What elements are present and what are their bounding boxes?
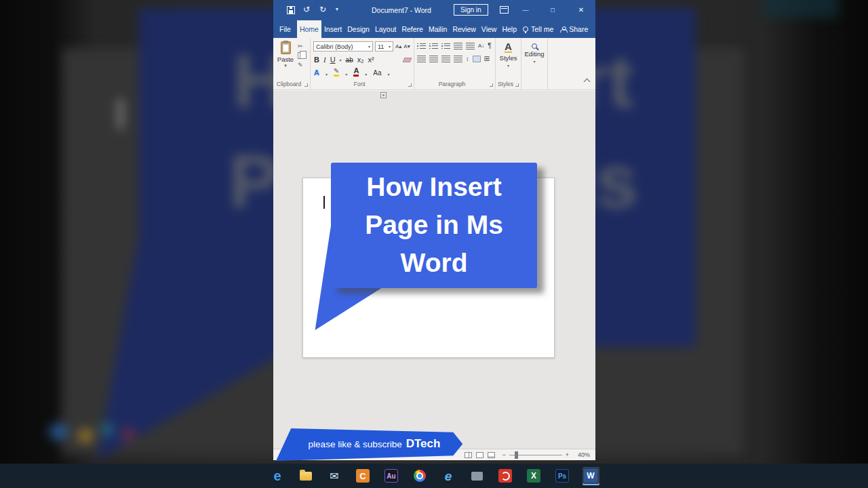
cut-icon[interactable]: ✂ [298,43,303,49]
taskbar-edge-icon[interactable]: e [269,467,286,485]
font-row-2: B I U ▾ ab x₂ x² [314,55,411,64]
multilevel-list-icon[interactable] [441,43,450,49]
web-layout-icon[interactable] [488,452,495,458]
zoom-level: 40% [572,451,590,458]
taskbar-internet-explorer-icon[interactable]: e [440,467,457,485]
clear-formatting-icon[interactable] [403,58,412,62]
taskbar-word-icon[interactable]: W [583,467,599,485]
styles-dialog-launcher[interactable] [515,83,519,87]
paste-button[interactable]: Paste ▾ [276,41,295,68]
styles-dropdown-icon: ▾ [507,63,509,68]
font-family-value: Calibri (Body) [316,43,353,50]
tell-me-label: Tell me [531,25,553,33]
tab-view[interactable]: View [479,20,500,38]
tab-file[interactable]: File [273,20,297,38]
ribbon-tab-bar: File Home Insert Design Layout Refere Ma… [273,20,595,38]
shading-icon[interactable] [473,56,481,62]
tab-mailings[interactable]: Mailin [426,20,450,38]
line-spacing-icon[interactable]: ↕ [466,56,469,62]
editing-button[interactable]: Editing ▾ [521,41,547,64]
taskbar-file-explorer-icon[interactable] [298,467,315,485]
taskbar-photoshop-icon[interactable]: Ps [554,467,571,485]
maximize-button[interactable]: □ [542,0,564,20]
taskbar-chrome-icon[interactable] [412,467,429,485]
borders-icon[interactable]: ⊞ [484,55,490,62]
zoom-slider[interactable] [509,455,562,455]
font-family-dropdown-icon: ▾ [366,44,370,49]
taskbar-mail-icon[interactable]: ✉ [326,467,343,485]
read-mode-icon[interactable] [465,452,472,458]
view-switcher [465,452,495,458]
redo-button[interactable]: ↻ [319,5,326,14]
tab-home[interactable]: Home [297,20,321,38]
justify-icon[interactable] [454,56,462,62]
format-painter-icon[interactable]: ✎ [298,62,303,68]
change-case-button[interactable]: Aa [373,69,381,77]
underline-button[interactable]: U [330,56,336,64]
font-family-combo[interactable]: Calibri (Body) ▾ [313,41,373,52]
font-dialog-launcher[interactable] [408,83,412,87]
italic-button[interactable]: I [323,56,326,64]
font-size-dropdown-icon: ▾ [387,44,391,49]
collapse-ribbon-icon[interactable] [584,79,591,85]
sort-icon[interactable]: A↓ [478,43,484,49]
numbering-icon[interactable] [429,43,438,49]
paragraph-dialog-launcher[interactable] [490,83,493,87]
taskbar-red-app-icon[interactable] [497,467,514,485]
align-left-icon[interactable] [417,56,426,62]
share-button[interactable]: Share [557,20,595,38]
copy-icon[interactable] [298,52,303,59]
styles-button[interactable]: A Styles ▾ [496,41,521,68]
editing-button-label: Editing [524,50,544,58]
taskbar-audition-icon[interactable]: Au [383,467,400,485]
clipboard-dialog-launcher[interactable] [304,83,308,87]
save-icon[interactable] [287,6,295,14]
zoom-out-button[interactable]: − [502,451,505,458]
show-hide-pilcrow-icon[interactable]: ¶ [488,42,491,49]
strikethrough-button[interactable]: ab [346,56,353,64]
grow-font-button[interactable]: A▴ [395,43,401,49]
minimize-button[interactable]: — [515,0,536,20]
tab-insert[interactable]: Insert [321,20,344,38]
taskbar-app-c-icon[interactable]: C [355,467,372,485]
bg-smudge-red [122,428,134,441]
print-layout-icon[interactable] [476,452,484,458]
font-color-button[interactable]: A [353,67,359,77]
superscript-button[interactable]: x² [368,56,374,64]
font-size-combo[interactable]: 11 ▾ [375,41,393,52]
taskbar-system-app-icon[interactable] [469,467,486,485]
sign-in-button[interactable]: Sign in [454,4,488,16]
ribbon-display-options-icon[interactable] [500,6,509,14]
bold-button[interactable]: B [314,56,319,64]
zoom-in-button[interactable]: + [566,451,569,458]
text-effects-button[interactable]: A [314,68,319,77]
change-case-dropdown-icon: ▾ [388,72,390,77]
underline-dropdown-icon[interactable]: ▾ [340,58,342,62]
align-center-icon[interactable] [429,56,438,62]
zoom-slider-handle[interactable] [515,451,518,459]
tell-me-box[interactable]: Tell me [519,20,557,38]
taskbar-excel-icon[interactable]: X [526,467,542,485]
quick-access-dropdown[interactable]: ▾ [336,6,338,12]
tab-review[interactable]: Review [450,20,478,38]
tab-design[interactable]: Design [344,20,372,38]
bullets-icon[interactable] [417,43,426,49]
close-button[interactable]: ✕ [570,0,592,20]
subscript-button[interactable]: x₂ [357,56,364,64]
font-color-dropdown-icon: ▾ [365,72,367,77]
clipboard-icon [281,41,291,54]
tab-references[interactable]: Refere [399,20,426,38]
bg-smudge-yellow [77,428,94,443]
tab-layout[interactable]: Layout [372,20,399,38]
paste-dropdown-icon[interactable]: ▾ [276,63,295,68]
highlight-button[interactable]: ✎ [334,68,339,77]
shrink-font-button[interactable]: A▾ [403,43,410,49]
find-magnifier-icon [532,43,537,49]
decrease-indent-icon[interactable] [454,43,462,49]
undo-button[interactable]: ↺ [303,5,310,14]
tab-help[interactable]: Help [499,20,519,38]
align-right-icon[interactable] [441,56,450,62]
editing-group: Editing ▾ [521,38,548,89]
increase-indent-icon[interactable] [466,43,475,49]
paragraph-row-2: ↕ ⊞ [417,55,490,62]
